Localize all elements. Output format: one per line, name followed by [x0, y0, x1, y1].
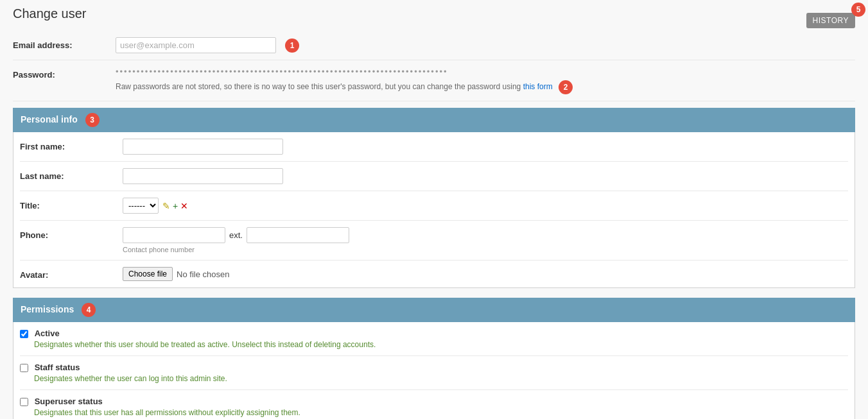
superuser-row: Superuser status Designates that this us… — [20, 390, 848, 419]
title-add-icon[interactable]: + — [173, 201, 178, 211]
title-field: ------ ✎ + ✕ — [123, 198, 848, 214]
superuser-label[interactable]: Superuser status — [35, 397, 103, 406]
email-input[interactable] — [116, 37, 276, 53]
last-name-row: Last name: — [20, 162, 848, 191]
active-checkbox[interactable] — [20, 330, 28, 338]
first-name-field — [123, 139, 848, 155]
password-hint: Raw passwords are not stored, so there i… — [116, 80, 855, 94]
title-delete-icon[interactable]: ✕ — [180, 201, 188, 211]
first-name-label: First name: — [20, 139, 123, 151]
avatar-label: Avatar: — [20, 267, 123, 280]
staff-label[interactable]: Staff status — [35, 363, 80, 372]
badge2: 2 — [559, 80, 573, 94]
password-dots: ••••••••••••••••••••••••••••••••••••••••… — [116, 67, 501, 76]
superuser-hint: Designates that this user has all permis… — [34, 408, 848, 417]
email-row: Email address: 1 — [13, 31, 855, 60]
phone-row: Phone: ext. Contact phone number — [20, 221, 848, 261]
title-select[interactable]: ------ — [123, 198, 159, 214]
phone-hint: Contact phone number — [123, 246, 848, 253]
page-wrapper: Change user HISTORY 5 Email address: 1 P… — [0, 0, 868, 419]
permissions-header: Permissions 4 — [13, 298, 855, 322]
personal-info-section: First name: Last name: Title: ------ ✎ + — [13, 132, 855, 288]
ext-input[interactable] — [247, 227, 349, 243]
title-edit-icon[interactable]: ✎ — [162, 201, 170, 211]
first-name-input[interactable] — [123, 139, 283, 155]
last-name-input[interactable] — [123, 168, 283, 184]
avatar-row: Avatar: Choose file No file chosen — [20, 261, 848, 287]
avatar-field: Choose file No file chosen — [123, 267, 848, 281]
phone-input[interactable] — [123, 227, 225, 243]
phone-field: ext. Contact phone number — [123, 227, 848, 253]
this-form-link[interactable]: this form — [523, 82, 553, 91]
last-name-field — [123, 168, 848, 184]
password-label: Password: — [13, 67, 116, 80]
personal-info-header: Personal info 3 — [13, 108, 855, 132]
password-field-wrapper: ••••••••••••••••••••••••••••••••••••••••… — [116, 67, 855, 94]
history-button[interactable]: HISTORY — [806, 13, 855, 28]
no-file-text: No file chosen — [177, 269, 229, 279]
staff-hint: Designates whether the user can log into… — [34, 374, 848, 383]
active-hint: Designates whether this user should be t… — [34, 340, 848, 349]
active-label[interactable]: Active — [35, 329, 60, 338]
personal-info-badge: 3 — [85, 113, 100, 127]
active-row: Active Designates whether this user shou… — [20, 322, 848, 356]
staff-row: Staff status Designates whether the user… — [20, 356, 848, 390]
ext-label: ext. — [229, 230, 243, 240]
email-label: Email address: — [13, 37, 116, 50]
superuser-checkbox[interactable] — [20, 398, 28, 406]
title-label: Title: — [20, 198, 123, 210]
staff-checkbox[interactable] — [20, 364, 28, 372]
title-actions: ✎ + ✕ — [162, 201, 188, 211]
email-field-wrapper: 1 — [116, 37, 855, 53]
phone-label: Phone: — [20, 227, 123, 240]
page-title: Change user — [13, 6, 855, 21]
history-count-badge: 5 — [851, 3, 865, 17]
email-badge: 1 — [285, 38, 299, 53]
last-name-label: Last name: — [20, 168, 123, 181]
choose-file-button[interactable]: Choose file — [123, 267, 173, 281]
title-row: Title: ------ ✎ + ✕ — [20, 191, 848, 221]
first-name-row: First name: — [20, 132, 848, 162]
permissions-badge: 4 — [82, 303, 96, 317]
password-row: Password: ••••••••••••••••••••••••••••••… — [13, 60, 855, 101]
permissions-section: Active Designates whether this user shou… — [13, 322, 855, 419]
